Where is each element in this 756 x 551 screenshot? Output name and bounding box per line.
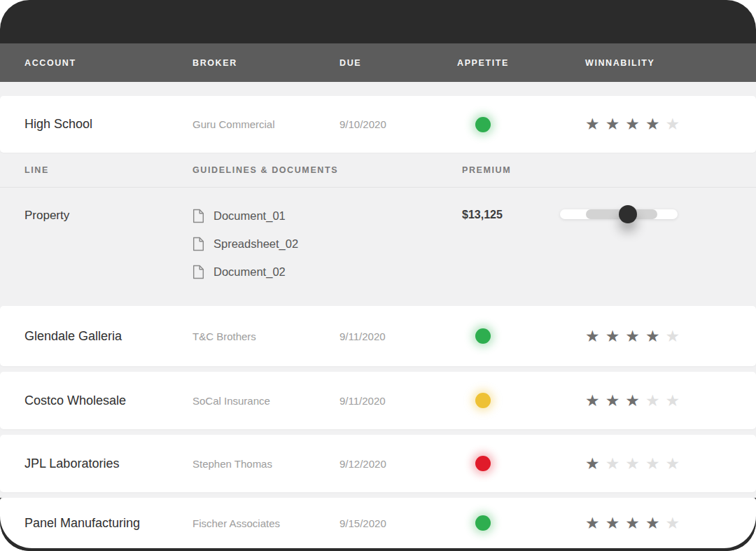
table-row[interactable]: Costco Wholesale SoCal Insurance 9/11/20… <box>0 372 756 429</box>
file-icon <box>192 237 204 251</box>
file-icon <box>192 265 204 279</box>
star-icon: ★ <box>645 116 660 132</box>
star-icon: ★ <box>625 393 640 409</box>
winnability-rating: ★★★★★ <box>585 328 685 344</box>
star-icon: ★ <box>585 328 600 344</box>
appetite-indicator <box>475 328 491 344</box>
premium-slider[interactable] <box>560 209 678 219</box>
star-icon: ★ <box>666 116 680 132</box>
line-detail-section: Property Document_01 Spreadsheet_02 <box>0 188 756 306</box>
star-icon: ★ <box>625 116 640 132</box>
document-list: Document_01 Spreadsheet_02 Document_02 <box>192 209 462 306</box>
star-icon: ★ <box>625 456 640 472</box>
winnability-rating: ★★★★★ <box>585 515 685 531</box>
row-gap <box>0 492 756 498</box>
winnability-rating: ★★★★★ <box>585 393 685 409</box>
winnability-rating: ★★★★★ <box>585 456 685 472</box>
row-gap <box>0 429 756 435</box>
account-name: JPL Laboratories <box>24 456 192 471</box>
due-date: 9/10/2020 <box>340 118 444 130</box>
sub-column-header-line: LINE <box>24 165 192 175</box>
window-top-bar <box>0 0 756 43</box>
sub-table-header: LINE GUIDELINES & DOCUMENTS PREMIUM <box>0 153 756 188</box>
column-header-account: ACCOUNT <box>24 58 192 68</box>
star-icon: ★ <box>585 393 600 409</box>
star-icon: ★ <box>585 515 600 531</box>
table-row[interactable]: Panel Manufacturing Fischer Associates 9… <box>0 498 756 548</box>
star-icon: ★ <box>645 328 660 344</box>
appetite-indicator <box>475 117 491 132</box>
broker-name: T&C Brothers <box>192 330 340 342</box>
star-icon: ★ <box>666 328 680 344</box>
due-date: 9/11/2020 <box>340 330 444 342</box>
account-name: High School <box>24 117 192 132</box>
table-row-expanded[interactable]: High School Guru Commercial 9/10/2020 ★★… <box>0 96 756 153</box>
broker-name: Guru Commercial <box>192 118 340 130</box>
winnability-rating: ★★★★★ <box>585 116 685 132</box>
document-name: Spreadsheet_02 <box>214 237 298 251</box>
star-icon: ★ <box>666 393 680 409</box>
appetite-indicator <box>475 393 491 408</box>
account-name: Panel Manufacturing <box>24 516 192 531</box>
file-icon <box>192 209 204 223</box>
app-window: ACCOUNT BROKER DUE APPETITE WINNABILITY … <box>0 0 756 551</box>
star-icon: ★ <box>606 393 620 409</box>
appetite-indicator <box>475 515 491 531</box>
column-header-broker: BROKER <box>192 58 340 68</box>
premium-value: $13,125 <box>462 209 560 306</box>
star-icon: ★ <box>666 515 680 531</box>
window-bottom-zone: Panel Manufacturing Fischer Associates 9… <box>0 498 756 551</box>
due-date: 9/12/2020 <box>340 458 444 470</box>
premium-slider-column <box>560 209 690 306</box>
broker-name: Stephen Thomas <box>192 458 340 470</box>
star-icon: ★ <box>645 393 660 409</box>
document-name: Document_01 <box>214 209 286 223</box>
account-name: Glendale Galleria <box>24 329 192 344</box>
star-icon: ★ <box>645 456 660 472</box>
due-date: 9/15/2020 <box>340 517 444 529</box>
column-header-appetite: APPETITE <box>444 58 522 68</box>
document-name: Document_02 <box>214 265 286 279</box>
spacer <box>0 82 756 96</box>
appetite-indicator <box>475 456 491 471</box>
line-name: Property <box>24 209 192 306</box>
column-header-winnability: WINNABILITY <box>522 58 655 68</box>
table-body: High School Guru Commercial 9/10/2020 ★★… <box>0 82 756 498</box>
star-icon: ★ <box>585 116 600 132</box>
broker-name: SoCal Insurance <box>192 395 340 407</box>
broker-name: Fischer Associates <box>192 517 340 529</box>
document-link[interactable]: Document_02 <box>192 265 462 279</box>
star-icon: ★ <box>606 456 620 472</box>
table-row[interactable]: Glendale Galleria T&C Brothers 9/11/2020… <box>0 306 756 366</box>
star-icon: ★ <box>606 116 620 132</box>
star-icon: ★ <box>585 456 600 472</box>
star-icon: ★ <box>645 515 660 531</box>
table-row[interactable]: JPL Laboratories Stephen Thomas 9/12/202… <box>0 435 756 492</box>
star-icon: ★ <box>606 328 620 344</box>
star-icon: ★ <box>606 515 620 531</box>
table-header: ACCOUNT BROKER DUE APPETITE WINNABILITY <box>0 43 756 82</box>
document-link[interactable]: Spreadsheet_02 <box>192 237 462 251</box>
star-icon: ★ <box>625 515 640 531</box>
slider-knob[interactable] <box>619 205 637 223</box>
star-icon: ★ <box>625 328 640 344</box>
sub-column-header-premium: PREMIUM <box>462 165 560 175</box>
due-date: 9/11/2020 <box>340 395 444 407</box>
star-icon: ★ <box>666 456 680 472</box>
document-link[interactable]: Document_01 <box>192 209 462 223</box>
sub-column-header-documents: GUIDELINES & DOCUMENTS <box>192 165 462 175</box>
row-gap <box>0 366 756 372</box>
account-name: Costco Wholesale <box>24 393 192 408</box>
column-header-due: DUE <box>340 58 444 68</box>
